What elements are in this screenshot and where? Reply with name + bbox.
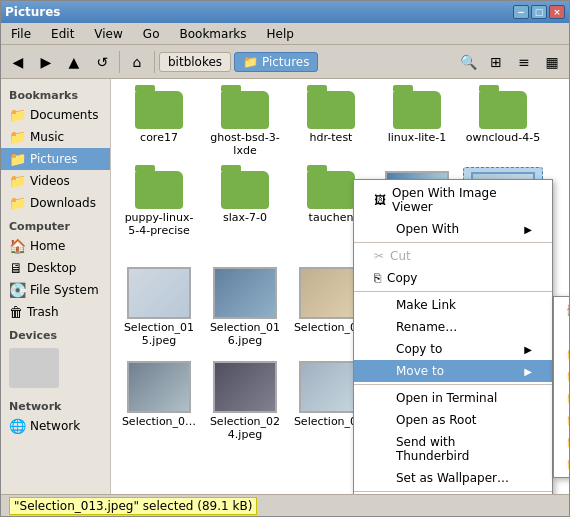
up-button[interactable]: ▲	[61, 49, 87, 75]
forward-button[interactable]: ▶	[33, 49, 59, 75]
folder-icon: 📁	[9, 151, 26, 167]
sidebar-item-home[interactable]: 🏠 Home	[1, 235, 110, 257]
sidebar-item-documents-label: Documents	[30, 108, 98, 122]
folder-icon: 📁	[566, 413, 569, 427]
sidebar-item-network[interactable]: 🌐 Network	[1, 415, 110, 437]
sidebar-item-music[interactable]: 📁 Music	[1, 126, 110, 148]
ctx-rename[interactable]: Rename…	[354, 316, 552, 338]
menubar: File Edit View Go Bookmarks Help	[1, 23, 569, 45]
folder-core17[interactable]: core17	[119, 87, 199, 161]
menu-edit[interactable]: Edit	[45, 25, 80, 43]
ctx-open-terminal[interactable]: Open in Terminal	[354, 387, 552, 409]
view-icon-button[interactable]: ⊞	[483, 49, 509, 75]
folder-owncloud[interactable]: owncloud-4-5	[463, 87, 543, 161]
main-area: Bookmarks 📁 Documents 📁 Music 📁 Pictures…	[1, 79, 569, 494]
sidebar-item-downloads-label: Downloads	[30, 196, 96, 210]
move-to-arrow-icon: ▶	[524, 366, 532, 377]
ctx-send-thunderbird-label: Send with Thunderbird	[396, 435, 532, 463]
sidebar-item-videos[interactable]: 📁 Videos	[1, 170, 110, 192]
folder-hdr-test[interactable]: hdr-test	[291, 87, 371, 161]
move-to-submenu: 🏠 Home 🖥 Desktop 📁 Documents 📁 Music 📁	[553, 296, 569, 478]
sidebar-item-documents[interactable]: 📁 Documents	[1, 104, 110, 126]
menu-bookmarks[interactable]: Bookmarks	[173, 25, 252, 43]
ctx-set-wallpaper[interactable]: Set as Wallpaper…	[354, 467, 552, 489]
ctx-cut[interactable]: ✂ Cut	[354, 245, 552, 267]
ctx-rename-label: Rename…	[396, 320, 457, 334]
folder-puppy[interactable]: puppy-linux-5-4-precise	[119, 167, 199, 257]
ctx-copy-label: Copy	[387, 271, 417, 285]
menu-help[interactable]: Help	[261, 25, 300, 43]
sidebar-item-pictures-label: Pictures	[30, 152, 78, 166]
submenu-music[interactable]: 📁 Music	[554, 365, 569, 387]
ctx-open-with[interactable]: Open With ▶	[354, 218, 552, 240]
back-button[interactable]: ◀	[5, 49, 31, 75]
sidebar-item-pictures[interactable]: 📁 Pictures	[1, 148, 110, 170]
folder-linux-lite[interactable]: linux-lite-1	[377, 87, 457, 161]
maximize-button[interactable]: □	[531, 5, 547, 19]
ctx-separator-1	[354, 242, 552, 243]
menu-view[interactable]: View	[88, 25, 128, 43]
submenu-downloads[interactable]: 📁 Downloads	[554, 431, 569, 453]
sidebar-item-network-label: Network	[30, 419, 80, 433]
img-label: Selection_0…	[122, 415, 196, 428]
img-selection016[interactable]: Selection_016.jpeg	[205, 263, 285, 351]
toolbar-separator-2	[154, 51, 155, 73]
submenu-documents[interactable]: 📁 Documents	[554, 343, 569, 365]
folder-icon: 📁	[566, 347, 569, 361]
open-with-arrow-icon: ▶	[524, 224, 532, 235]
img-selection015[interactable]: Selection_015.jpeg	[119, 263, 199, 351]
sidebar-item-trash-label: Trash	[27, 305, 59, 319]
minimize-button[interactable]: −	[513, 5, 529, 19]
home-button[interactable]: ⌂	[124, 49, 150, 75]
view-compact-button[interactable]: ▦	[539, 49, 565, 75]
sidebar: Bookmarks 📁 Documents 📁 Music 📁 Pictures…	[1, 79, 111, 494]
computer-section-title: Computer	[1, 214, 110, 235]
ctx-separator-3	[354, 384, 552, 385]
reload-button[interactable]: ↺	[89, 49, 115, 75]
submenu-videos[interactable]: 📁 Videos	[554, 409, 569, 431]
menu-go[interactable]: Go	[137, 25, 166, 43]
folder-icon	[221, 91, 269, 129]
desktop-icon: 🖥	[9, 260, 23, 276]
open-image-viewer-icon: 🖼	[374, 193, 386, 207]
breadcrumb-pictures[interactable]: 📁 Pictures	[234, 52, 318, 72]
sidebar-item-filesystem[interactable]: 💽 File System	[1, 279, 110, 301]
submenu-pictures[interactable]: 📁 Pictures	[554, 387, 569, 409]
cut-icon: ✂	[374, 249, 384, 263]
ctx-make-link[interactable]: Make Link	[354, 294, 552, 316]
submenu-home[interactable]: 🏠 Home	[554, 299, 569, 321]
submenu-desktop[interactable]: 🖥 Desktop	[554, 321, 569, 343]
img-label: Selection_015.jpeg	[121, 321, 197, 347]
ctx-set-wallpaper-label: Set as Wallpaper…	[396, 471, 509, 485]
context-menu: 🖼 Open With Image Viewer Open With ▶ ✂ C…	[353, 179, 553, 494]
view-list-button[interactable]: ≡	[511, 49, 537, 75]
search-button[interactable]: 🔍	[455, 49, 481, 75]
toolbar-separator	[119, 51, 120, 73]
ctx-send-thunderbird[interactable]: Send with Thunderbird	[354, 431, 552, 467]
ctx-copy[interactable]: ⎘ Copy	[354, 267, 552, 289]
window-title: Pictures	[5, 5, 61, 19]
breadcrumb-bitblokes[interactable]: bitblokes	[159, 52, 231, 72]
ctx-open-root[interactable]: Open as Root	[354, 409, 552, 431]
home-icon: 🏠	[566, 303, 569, 317]
sidebar-item-music-label: Music	[30, 130, 64, 144]
ctx-open-image-viewer[interactable]: 🖼 Open With Image Viewer	[354, 182, 552, 218]
submenu-other[interactable]: 📁 …	[554, 453, 569, 475]
window-controls: − □ ×	[513, 5, 565, 19]
ctx-open-with-label: Open With	[396, 222, 459, 236]
desktop-icon: 🖥	[566, 325, 569, 339]
sidebar-item-trash[interactable]: 🗑 Trash	[1, 301, 110, 323]
menu-file[interactable]: File	[5, 25, 37, 43]
ctx-copy-to[interactable]: Copy to ▶	[354, 338, 552, 360]
close-button[interactable]: ×	[549, 5, 565, 19]
ctx-move-to[interactable]: Move to ▶	[354, 360, 552, 382]
network-icon: 🌐	[9, 418, 26, 434]
folder-icon	[135, 171, 183, 209]
sidebar-item-downloads[interactable]: 📁 Downloads	[1, 192, 110, 214]
folder-slax[interactable]: slax-7-0	[205, 167, 285, 257]
img-selection021[interactable]: Selection_0…	[119, 357, 199, 445]
folder-icon: 📁	[9, 173, 26, 189]
img-selection024[interactable]: Selection_024.jpeg	[205, 357, 285, 445]
folder-ghost-bsd[interactable]: ghost-bsd-3-lxde	[205, 87, 285, 161]
sidebar-item-desktop[interactable]: 🖥 Desktop	[1, 257, 110, 279]
